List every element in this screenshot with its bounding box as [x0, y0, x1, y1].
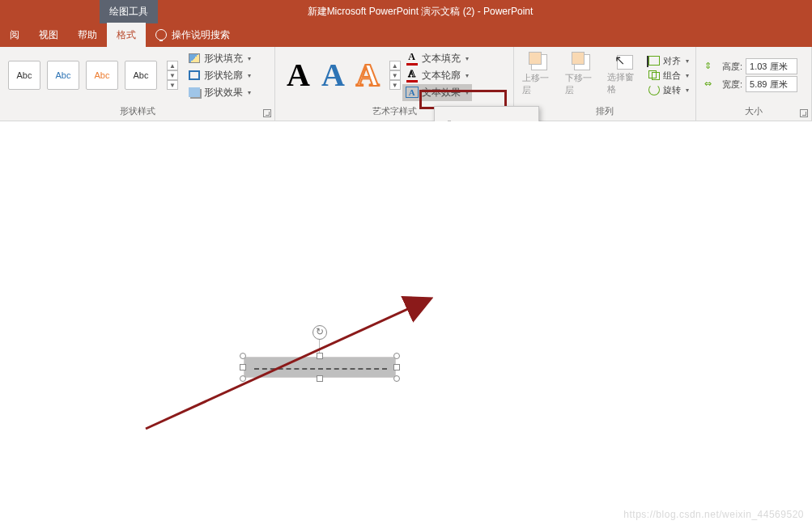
gallery-down-icon[interactable]: ▼: [389, 70, 401, 80]
rotate-button[interactable]: 旋转▾: [647, 83, 691, 97]
style-preset-1[interactable]: Abc: [8, 61, 40, 90]
tab-review[interactable]: 阅: [0, 23, 29, 47]
align-button[interactable]: 对齐▾: [647, 54, 691, 68]
title-bar: 绘图工具 新建Microsoft PowerPoint 演示文稿 (2) - P…: [0, 0, 812, 23]
tell-me-label: 操作说明搜索: [172, 28, 230, 42]
dialog-launcher-icon[interactable]: [800, 109, 808, 117]
height-icon: ⇕: [704, 61, 719, 72]
fill-icon: [189, 53, 200, 63]
wordart-gallery-expand[interactable]: ▲ ▼ ▼: [389, 61, 401, 90]
width-row: ⇔ 宽度:: [704, 76, 797, 92]
gallery-more-icon[interactable]: ▼: [389, 80, 401, 90]
window-title: 新建Microsoft PowerPoint 演示文稿 (2) - PowerP…: [158, 5, 812, 19]
slide-canvas[interactable]: [0, 121, 812, 525]
resize-handle[interactable]: [240, 375, 246, 382]
style-preset-4[interactable]: Abc: [125, 61, 157, 90]
send-backward-icon: [574, 54, 590, 70]
align-icon: [648, 56, 660, 66]
text-outline-button[interactable]: A文本轮廓▾: [402, 67, 472, 84]
tab-view[interactable]: 视图: [29, 23, 68, 47]
dashed-line-icon: [254, 368, 387, 370]
resize-handle[interactable]: [240, 364, 246, 370]
gallery-up-icon[interactable]: ▲: [167, 61, 178, 70]
group-icon: [648, 70, 660, 80]
group-arrange: 上移一层 下移一层 选择窗格 对齐▾ 组合▾ 旋转▾ 排列: [514, 47, 696, 121]
bring-forward-icon: [531, 54, 547, 70]
ribbon: Abc Abc Abc Abc ▲ ▼ ▼ 形状填充▾ 形状轮廓▾ 形状效果▾ …: [0, 47, 812, 121]
shape-outline-button[interactable]: 形状轮廓▾: [186, 68, 253, 83]
selection-pane-icon: [617, 55, 633, 70]
group-shape-styles: Abc Abc Abc Abc ▲ ▼ ▼ 形状填充▾ 形状轮廓▾ 形状效果▾ …: [0, 47, 275, 121]
resize-handle[interactable]: [317, 353, 323, 359]
effects-icon: [189, 87, 200, 97]
send-backward-button[interactable]: 下移一层: [562, 51, 603, 99]
group-label: 形状样式: [120, 106, 155, 116]
selection-pane-button[interactable]: 选择窗格: [604, 52, 645, 99]
resize-handle[interactable]: [317, 375, 323, 382]
group-label: 排列: [596, 106, 614, 116]
style-preset-2[interactable]: Abc: [47, 61, 79, 90]
width-label: 宽度:: [722, 78, 742, 91]
lightbulb-icon: [155, 29, 167, 40]
ribbon-tabs: 阅 视图 帮助 格式 操作说明搜索: [0, 23, 812, 47]
tell-me[interactable]: 操作说明搜索: [146, 23, 240, 47]
selected-shape[interactable]: [243, 356, 397, 379]
text-effects-icon: A: [406, 87, 419, 98]
text-effects-button[interactable]: A文本效果▾: [402, 84, 472, 101]
wordart-preset-2[interactable]: A: [321, 59, 345, 91]
dialog-launcher-icon[interactable]: [263, 109, 271, 117]
group-label: 艺术字样式: [372, 106, 417, 116]
gallery-expand[interactable]: ▲ ▼ ▼: [167, 61, 178, 90]
gallery-more-icon[interactable]: ▼: [167, 80, 178, 90]
height-input[interactable]: [746, 58, 797, 74]
outline-icon: [189, 70, 200, 80]
group-size: ⇕ 高度: ⇔ 宽度: 大小: [696, 47, 812, 121]
height-row: ⇕ 高度:: [704, 58, 797, 74]
shape-style-gallery[interactable]: Abc Abc Abc Abc ▲ ▼ ▼: [5, 61, 181, 90]
height-label: 高度:: [722, 61, 742, 73]
text-fill-icon: A: [406, 51, 418, 66]
rotate-icon: [648, 84, 660, 95]
gallery-up-icon[interactable]: ▲: [389, 61, 401, 70]
style-preset-3[interactable]: Abc: [86, 61, 118, 90]
shape-fill-button[interactable]: 形状填充▾: [186, 51, 253, 66]
gallery-down-icon[interactable]: ▼: [167, 70, 178, 80]
tab-help[interactable]: 帮助: [68, 23, 107, 47]
width-icon: ⇔: [704, 78, 719, 90]
resize-handle[interactable]: [393, 364, 400, 370]
group-button[interactable]: 组合▾: [647, 69, 691, 83]
rotation-handle[interactable]: [312, 325, 327, 340]
wordart-preset-1[interactable]: A: [287, 59, 310, 91]
tab-format[interactable]: 格式: [107, 23, 146, 47]
text-outline-icon: A: [406, 68, 418, 83]
shape-effects-button[interactable]: 形状效果▾: [186, 85, 253, 100]
resize-handle[interactable]: [393, 375, 400, 382]
text-fill-button[interactable]: A文本填充▾: [402, 50, 472, 67]
wordart-gallery[interactable]: A A A: [280, 59, 386, 91]
group-label: 大小: [745, 106, 763, 116]
wordart-preset-3[interactable]: A: [356, 59, 380, 91]
width-input[interactable]: [746, 76, 797, 92]
resize-handle[interactable]: [240, 353, 246, 359]
bring-forward-button[interactable]: 上移一层: [519, 51, 560, 99]
resize-handle[interactable]: [393, 353, 400, 359]
contextual-tab-label: 绘图工具: [100, 0, 158, 23]
